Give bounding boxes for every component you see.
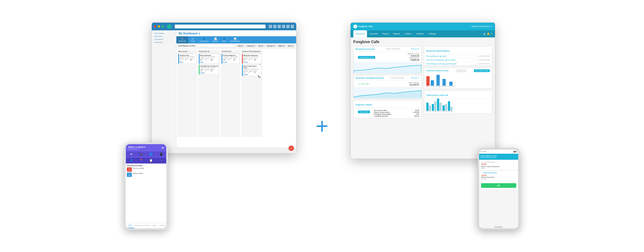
expense-details: Your current claim 33.50 Total of curren… xyxy=(374,109,419,117)
who-btn[interactable]: Who ▼ xyxy=(287,45,295,47)
kanban-card-bigcorp[interactable]: Very Big Corp of America Assigned to: Je… xyxy=(199,64,219,75)
new-receipt-btn[interactable]: New receipt xyxy=(358,111,370,113)
xero-nav-reports[interactable]: Reports xyxy=(391,30,402,37)
cash-in-sep21 xyxy=(437,99,439,111)
balance-bank-label: Bank balance xyxy=(407,57,419,59)
crm-toolbar: Total Pipeline: $7,249 View ▼ Columns ▼ … xyxy=(176,43,296,49)
bar-group-25-nov: 25 Oct-1 Nov xyxy=(447,82,455,87)
kanban-card-sirius[interactable]: Sirius Cybernetics Corp Assigned to: Jes… xyxy=(242,64,261,76)
total-claims-label: Total of current claims xyxy=(374,111,390,113)
nav-icon-2 xyxy=(273,25,276,28)
nav-icon-5 xyxy=(286,25,290,28)
nav-icon-4 xyxy=(282,25,285,28)
sort-btn[interactable]: Sort ▼ xyxy=(257,45,265,47)
xero-help-icon[interactable]: ? xyxy=(491,32,492,35)
xero-nav-bar: Dashboard Accounts Payroll Reports Advis… xyxy=(351,30,495,37)
crm-search[interactable] xyxy=(196,44,235,48)
cash-bar-sep14: 14-20 xyxy=(432,101,436,112)
tab-pipeline[interactable]: ⬡ PIPELINE xyxy=(176,36,188,43)
dashboard-settings-icon[interactable]: ⚙ xyxy=(198,32,200,35)
xero-nav-dashboard[interactable]: Dashboard xyxy=(353,30,367,37)
xm-vendor-detail[interactable]: Details xyxy=(481,167,516,169)
mobile-nav-sales[interactable]: SALES xyxy=(150,223,158,228)
tab-todo[interactable]: ☑ TODO xyxy=(188,36,197,43)
sidebar-add-person[interactable]: Add Person xyxy=(153,35,175,38)
kanban-card-marbucks[interactable]: Marbucks Industries Assigned to: Jesse W… xyxy=(242,54,261,64)
mobile-nav-dash[interactable]: DASH xyxy=(126,223,134,228)
xero-nav-accounts[interactable]: Accounts xyxy=(368,30,380,37)
window-maximize-dot xyxy=(162,25,164,28)
business-account-manage[interactable]: Manage ▼ xyxy=(411,48,419,50)
kanban-col-header-exploration: Exploration (2) xyxy=(199,51,219,53)
action-call[interactable]: 📞 xyxy=(136,152,146,157)
action-map[interactable]: 📍 xyxy=(136,158,146,163)
action-contact[interactable]: 👤 xyxy=(126,158,136,163)
sidebar-add-activity[interactable]: Add Activity xyxy=(153,41,175,44)
roles-btn[interactable]: Roles ▼ xyxy=(277,45,286,47)
xero-cash-header: Total cash in and out xyxy=(424,91,492,99)
sidebar-add-company[interactable]: Add Company xyxy=(153,32,175,35)
cash-label-sep28: 28 Sep-4 xyxy=(442,111,447,112)
action-call2[interactable]: 📱 xyxy=(156,152,166,157)
services-btn[interactable]: Services ▼ xyxy=(266,45,276,47)
action-web[interactable]: 🌐 xyxy=(146,152,156,157)
current-claim-value: 33.50 xyxy=(415,109,419,111)
card-value-marbucks: $1,300 xyxy=(243,61,261,63)
action-more[interactable]: ⋯ xyxy=(156,158,166,163)
xero-bell-icon[interactable]: 🔔 xyxy=(487,32,490,35)
xm-home-button[interactable] xyxy=(494,226,503,228)
kanban-card-soylent[interactable]: Soylent Corp Assigned to: Jesse Wheeler … xyxy=(178,54,196,64)
kanban-card-frebozo[interactable]: Frebozo Magic Co Assigned to: Jesse Whee… xyxy=(222,54,240,64)
xero-nav-adviser[interactable]: Adviser xyxy=(403,30,413,37)
cash-label-sep21: 21-27 xyxy=(438,111,441,112)
savings-manage[interactable]: Manage ▼ xyxy=(411,77,419,79)
xero-performance-panel: Business performance How quickly you get… xyxy=(424,46,492,66)
xero-right-panel: Business performance How quickly you get… xyxy=(424,46,492,155)
perf-item-3: How easily you can pay upcoming bills vs… xyxy=(424,62,492,66)
tab-sales[interactable]: 📈 SALES xyxy=(211,36,220,43)
action-activity[interactable]: 📋 xyxy=(146,158,156,163)
mobile-nav-contacts[interactable]: CONTACTS xyxy=(134,223,142,228)
cloud-icon: ☁ xyxy=(161,146,164,149)
xero-nav-settings[interactable]: Settings xyxy=(427,30,438,37)
cash-bar-oct5: 5-11 Oct xyxy=(448,101,452,112)
xm-subtitle: Business Bank Account xyxy=(481,157,517,158)
perf-label-1[interactable]: How quickly you get paid xyxy=(426,55,446,57)
xero-print-icon[interactable]: 🖨 xyxy=(483,32,486,35)
left-group: Add Company Add Person Add Address Add A… xyxy=(124,22,294,230)
xero-user[interactable]: Nathaniel Hornblower ▼ xyxy=(471,25,492,27)
mobile-nav-activities[interactable]: ACTIVITIES xyxy=(142,223,150,228)
action-email[interactable]: ✉ xyxy=(126,152,136,157)
tab-reporting[interactable]: 📊 REPORTING xyxy=(228,36,242,43)
reconcile-button[interactable]: Reconcile 12 items xyxy=(358,56,375,59)
kanban-col-header-contacted: Contacted (1) xyxy=(222,51,240,53)
tab-activities[interactable]: 👤 ACTIVITIES xyxy=(197,36,211,43)
sidebar-add-address[interactable]: Add Address xyxy=(153,38,175,41)
new-invoice-button[interactable]: New sales invoice xyxy=(474,69,490,72)
perf-label-2[interactable]: How much markup you earn on sales xyxy=(426,59,456,61)
kanban-board: New Lead (1) Soylent Corp Assigned to: J… xyxy=(176,49,296,138)
awaiting-payment-label: 1 Awaiting payment xyxy=(374,115,388,117)
perf-vs-3: vs. previous month xyxy=(477,63,490,64)
cash-label-oct5: 5-11 Oct xyxy=(448,111,452,112)
business-account-chart: 19 Sep 25 Oct 3 Oct 10 Oct 17 Oct xyxy=(354,62,421,73)
bar-this-week xyxy=(436,75,440,86)
card-value-frebozo: $1,400 xyxy=(223,61,239,63)
xero-nav-payroll[interactable]: Payroll xyxy=(380,30,391,37)
kanban-card-rich[interactable]: Rich Industries Assigned to: Jesse Wheel… xyxy=(199,54,219,64)
view-btn[interactable]: View ▼ xyxy=(237,45,244,47)
mobile-nav-details[interactable]: DETAILS xyxy=(158,223,167,228)
columns-btn[interactable]: Columns ▼ xyxy=(246,45,256,47)
current-claim-label: Your current claim xyxy=(374,109,387,111)
xero-desktop-screenshot: ≡ Foxglove Cafe Nathaniel Hornblower ▼ D… xyxy=(350,22,495,159)
tab-rep[interactable]: 👤 REP xyxy=(220,36,228,43)
xm-ok-button[interactable]: OK xyxy=(481,183,516,188)
perf-label-3[interactable]: How easily you can pay upcoming bills xyxy=(426,63,457,65)
right-group: ≡ Foxglove Cafe Nathaniel Hornblower ▼ D… xyxy=(350,22,520,230)
map-icon: 📍 xyxy=(137,159,145,162)
activities-icon: 👤 xyxy=(203,38,205,40)
activity-icon: 📋 xyxy=(147,159,155,162)
xm-trans-header: ⊖ Spent 24 Sep 2014 -49.90 xyxy=(481,161,516,165)
card-total-marbucks: TOTAL0 xyxy=(249,58,253,61)
xero-nav-contacts[interactable]: Contacts xyxy=(414,30,426,37)
